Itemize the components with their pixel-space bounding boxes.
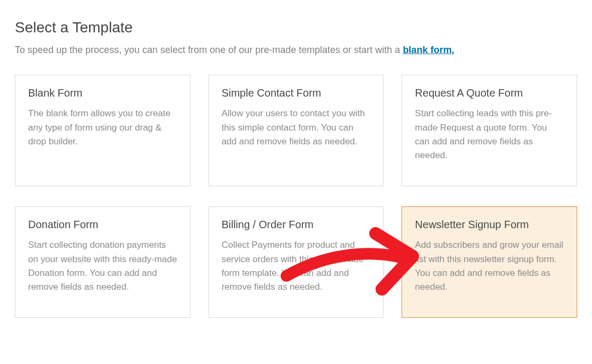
template-title: Request A Quote Form — [415, 87, 564, 99]
template-description: The blank form allows you to create any … — [28, 107, 177, 149]
page-subtitle: To speed up the process, you can select … — [15, 44, 577, 57]
template-title: Newsletter Signup Form — [415, 219, 564, 231]
template-description: Start collecting donation payments on yo… — [28, 238, 177, 294]
template-title: Billing / Order Form — [222, 219, 371, 231]
blank-form-link[interactable]: blank form. — [403, 45, 454, 55]
template-description: Collect Payments for product and service… — [222, 238, 371, 294]
template-description: Add subscribers and grow your email list… — [415, 238, 564, 294]
template-card-simple-contact-form[interactable]: Simple Contact Form Allow your users to … — [208, 75, 384, 186]
template-card-billing-order-form[interactable]: Billing / Order Form Collect Payments fo… — [208, 206, 384, 318]
template-title: Donation Form — [28, 219, 177, 231]
template-title: Simple Contact Form — [222, 87, 371, 99]
template-description: Allow your users to contact you with thi… — [222, 107, 371, 149]
template-card-blank-form[interactable]: Blank Form The blank form allows you to … — [15, 75, 190, 186]
template-card-donation-form[interactable]: Donation Form Start collecting donation … — [15, 206, 190, 318]
template-card-newsletter-signup-form[interactable]: Newsletter Signup Form Add subscribers a… — [402, 206, 577, 318]
template-card-request-quote-form[interactable]: Request A Quote Form Start collecting le… — [402, 75, 577, 186]
page-title: Select a Template — [15, 19, 577, 36]
template-description: Start collecting leads with this pre-mad… — [415, 107, 564, 162]
subtitle-text: To speed up the process, you can select … — [15, 45, 403, 55]
template-grid: Blank Form The blank form allows you to … — [15, 75, 577, 318]
template-title: Blank Form — [28, 87, 177, 99]
